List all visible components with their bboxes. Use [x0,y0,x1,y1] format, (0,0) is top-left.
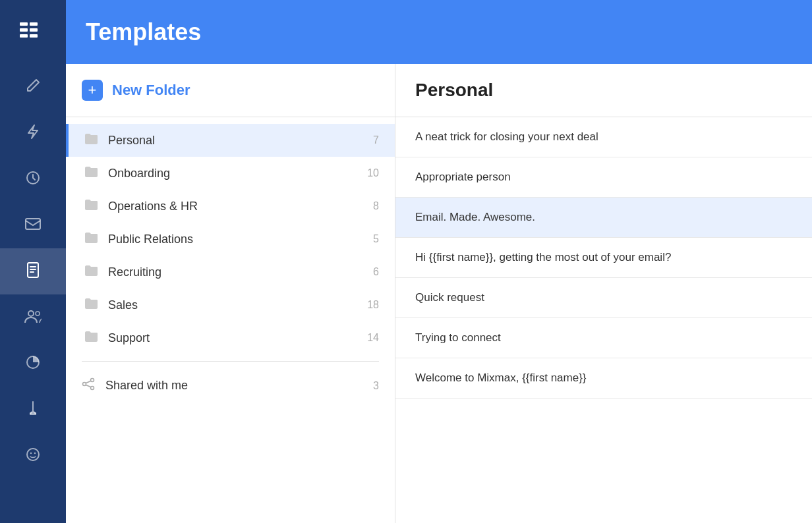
svg-point-17 [83,383,86,386]
svg-point-14 [30,452,32,453]
folder-item-support[interactable]: Support 14 [66,321,395,354]
template-item-t1[interactable]: A neat trick for closing your next deal [395,117,812,157]
template-item-t5[interactable]: Quick request [395,278,812,318]
clock-icon [26,171,40,188]
emoji-icon [26,447,40,465]
svg-point-15 [34,452,36,453]
template-item-t3[interactable]: Email. Made. Awesome. [395,198,812,238]
folder-count-operations-hr: 8 [373,200,379,212]
folder-icon [84,166,98,180]
folder-icon [84,331,98,345]
logo-icon [20,20,46,44]
folder-icon [84,133,98,148]
folder-name-sales: Sales [108,298,361,312]
sidebar-item-clock[interactable] [0,156,66,202]
new-folder-button[interactable]: + New Folder [66,64,395,117]
folder-name-operations-hr: Operations & HR [108,200,366,213]
folder-name-public-relations: Public Relations [108,233,366,246]
folder-item-public-relations[interactable]: Public Relations 5 [66,223,395,256]
sidebar-item-lightning[interactable] [0,110,66,156]
svg-point-10 [36,312,40,316]
sidebar-nav [0,0,66,523]
folder-count-sales: 18 [367,299,379,311]
svg-rect-5 [30,34,38,38]
folder-list: Personal 7 Onboarding 10 [66,117,395,410]
pencil-icon [26,400,40,420]
folder-count-support: 14 [367,332,379,344]
svg-rect-0 [20,22,28,26]
people-icon [24,309,42,327]
folder-name-personal: Personal [108,134,366,148]
mail-icon [25,218,41,233]
lightning-icon [26,124,40,143]
app-logo[interactable] [0,0,66,64]
folder-name-onboarding: Onboarding [108,167,361,180]
folder-icon [84,265,98,279]
svg-rect-7 [26,219,40,229]
template-item-t7[interactable]: Welcome to Mixmax, {{first name}} [395,358,812,399]
svg-rect-12 [30,412,36,415]
templates-panel: Personal A neat trick for closing your n… [395,64,812,523]
page-header: Templates [66,0,812,64]
new-folder-label: New Folder [112,82,190,99]
sidebar-item-pencil[interactable] [0,387,66,433]
sidebar-item-mail[interactable] [0,202,66,248]
svg-point-13 [27,449,39,460]
new-folder-icon: + [82,80,103,101]
svg-point-16 [91,379,94,382]
folder-item-operations-hr[interactable]: Operations & HR 8 [66,190,395,223]
folder-name-support: Support [108,331,361,345]
folder-icon [84,232,98,246]
folder-divider [82,361,379,362]
folder-item-personal[interactable]: Personal 7 [66,124,395,157]
chart-icon [26,355,40,373]
sidebar-item-emoji[interactable] [0,433,66,479]
svg-rect-3 [30,22,38,26]
sidebar-item-compose[interactable] [0,64,66,110]
svg-point-9 [28,311,34,316]
svg-rect-4 [30,28,38,32]
template-item-t2[interactable]: Appropriate person [395,157,812,198]
folder-icon [84,298,98,312]
shared-with-me-label: Shared with me [105,379,373,393]
folder-count-onboarding: 10 [367,167,379,179]
folder-item-onboarding[interactable]: Onboarding 10 [66,157,395,190]
svg-rect-2 [20,34,28,38]
folder-panel: + New Folder Personal 7 [66,64,395,523]
sidebar-item-people[interactable] [0,294,66,341]
templates-icon [26,262,40,281]
folder-item-sales[interactable]: Sales 18 [66,289,395,321]
svg-rect-1 [20,28,28,32]
main-content: Templates + New Folder [66,0,812,523]
template-item-t4[interactable]: Hi {{first name}}, getting the most out … [395,238,812,278]
compose-icon [26,78,40,96]
page-title: Templates [86,18,201,46]
content-area: + New Folder Personal 7 [66,64,812,523]
template-item-t6[interactable]: Trying to connect [395,318,812,358]
folder-icon [84,199,98,213]
templates-header: Personal [395,64,812,117]
sidebar-item-chart[interactable] [0,341,66,387]
shared-with-me-count: 3 [373,380,379,392]
share-icon [82,377,95,394]
sidebar-item-templates[interactable] [0,248,66,294]
folder-count-personal: 7 [373,134,379,146]
shared-with-me-item[interactable]: Shared with me 3 [66,368,395,403]
folder-count-public-relations: 5 [373,233,379,245]
folder-name-recruiting: Recruiting [108,265,366,279]
folder-count-recruiting: 6 [373,266,379,278]
svg-point-18 [91,387,94,390]
templates-section-title: Personal [415,80,493,100]
folder-item-recruiting[interactable]: Recruiting 6 [66,256,395,289]
